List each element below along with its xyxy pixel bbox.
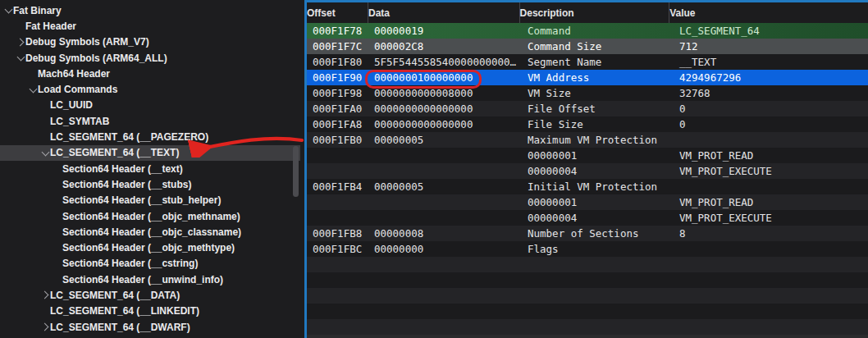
cell-description: 00000004 <box>522 165 674 177</box>
tree-item-lc-symtab[interactable]: LC_SYMTAB <box>0 113 300 129</box>
tree-item-label: LC_SEGMENT_64 (__DATA) <box>50 290 180 301</box>
annotation-highlight-box: 0000000100000000 <box>368 71 522 84</box>
cell-description: Flags <box>522 243 674 255</box>
table-row-000f1f98[interactable]: 000F1F980000000000008000VM Size32768 <box>307 85 868 101</box>
tree-item-section64-header-objc-methname[interactable]: Section64 Header (__objc_methname) <box>0 208 300 224</box>
table-row-empty[interactable] <box>307 288 868 304</box>
cell-value: LC_SEGMENT_64 <box>674 25 868 37</box>
cell-data: 00000005 <box>368 134 522 146</box>
cell-description: 00000004 <box>522 212 674 224</box>
tree-item-lc-segment-64-text[interactable]: LC_SEGMENT_64 (__TEXT) <box>0 145 300 161</box>
table-row-000f1fb0[interactable]: 000F1FB000000005Maximum VM Protection <box>307 132 868 148</box>
tree-item-section64-header-text[interactable]: Section64 Header (__text) <box>0 161 300 176</box>
table-row-empty[interactable] <box>307 319 868 335</box>
tree-item-section64-header-stub-helper[interactable]: Section64 Header (__stub_helper) <box>0 193 300 208</box>
table-row-000f1fb4[interactable]: 000F1FB400000005Initial VM Protection <box>307 179 868 194</box>
cell-data: 0000000000008000 <box>368 87 522 99</box>
tree-item-lc-uuid[interactable]: LC_UUID <box>0 98 300 113</box>
chevron-spacer <box>53 272 62 287</box>
tree-item-debug-symbols-arm-v7[interactable]: Debug Symbols (ARM_V7) <box>0 34 300 50</box>
cell-description: 00000001 <box>522 149 674 162</box>
cell-value: 8 <box>674 227 868 240</box>
cell-offset: 000F1FBC <box>307 243 368 255</box>
tree-item-mach64-header[interactable]: Mach64 Header <box>0 66 300 81</box>
column-header-description[interactable]: Description <box>519 2 669 23</box>
chevron-right-icon[interactable] <box>40 319 50 335</box>
chevron-spacer <box>53 193 62 208</box>
cell-value: __TEXT <box>674 56 868 68</box>
tree-item-lc-segment-64-pagezero[interactable]: LC_SEGMENT_64 (__PAGEZERO) <box>0 129 300 144</box>
table-row-000f1f90[interactable]: 000F1F900000000100000000VM Address429496… <box>307 70 868 85</box>
table-row-000f1f7c[interactable]: 000F1F7C000002C8Command Size712 <box>307 39 868 54</box>
chevron-down-icon[interactable] <box>40 145 50 161</box>
tree-item-section64-header-objc-classname[interactable]: Section64 Header (__objc_classname) <box>0 224 300 240</box>
cell-data: 5F5F5445585400000000000… <box>368 56 522 68</box>
chevron-down-icon[interactable] <box>3 2 13 18</box>
tree-item-lc-segment-64-dwarf[interactable]: LC_SEGMENT_64 (__DWARF) <box>0 319 300 335</box>
tree-item-label: LC_SEGMENT_64 (__PAGEZERO) <box>50 131 208 143</box>
tree-item-lc-segment-64-linkedit[interactable]: LC_SEGMENT_64 (__LINKEDIT) <box>0 304 300 319</box>
chevron-right-icon[interactable] <box>3 335 13 338</box>
tree-item-section64-header-cstring[interactable]: Section64 Header (__cstring) <box>0 256 300 272</box>
tree-item-fat-header[interactable]: Fat Header <box>0 18 300 34</box>
table-row-sub-11[interactable]: 00000001VM_PROT_READ <box>307 194 868 210</box>
table-row-000f1fb8[interactable]: 000F1FB800000008Number of Sections8 <box>307 226 868 241</box>
cell-description: Segment Name <box>522 56 674 68</box>
table-row-empty[interactable] <box>307 272 868 288</box>
tree-item-label: Mach64 Header <box>38 68 110 80</box>
column-header-value[interactable]: Value <box>669 2 868 23</box>
tree-item-fat-binary[interactable]: Fat Binary <box>0 2 300 18</box>
table-row-empty[interactable] <box>307 257 868 272</box>
tree-item-label: Section64 Header (__text) <box>62 163 183 175</box>
column-header-offset[interactable]: Offset <box>307 2 368 23</box>
table-row-000f1fbc[interactable]: 000F1FBC00000000Flags <box>307 241 868 257</box>
tree-item-label: Section64 Header (__cstring) <box>62 258 198 269</box>
table-row-000f1fa0[interactable]: 000F1FA00000000000000000File Offset0 <box>307 101 868 116</box>
tree-item-section64-header-unwind-info[interactable]: Section64 Header (__unwind_info) <box>0 272 300 287</box>
chevron-down-icon[interactable] <box>28 81 38 97</box>
tree-item-label: Debug Symbols (ARM64_ALL) <box>25 53 167 64</box>
tree-item-label: Load Commands <box>38 84 117 95</box>
tree-item-section64-header-stubs[interactable]: Section64 Header (__stubs) <box>0 176 300 192</box>
cell-value: VM_PROT_EXECUTE <box>674 165 868 177</box>
cell-offset: 000F1FB4 <box>307 180 368 193</box>
tree-item-label: LC_SEGMENT_64 (__LINKEDIT) <box>50 305 199 317</box>
cell-value: VM_PROT_READ <box>674 196 868 208</box>
cell-value: 0 <box>674 103 868 115</box>
table-row-empty[interactable] <box>307 304 868 319</box>
tree-item-label: Section64 Header (__objc_classname) <box>62 226 241 238</box>
chevron-spacer <box>53 224 62 240</box>
horizontal-scrollbar-track[interactable] <box>307 335 868 338</box>
tree-item-lc-segment-64-data[interactable]: LC_SEGMENT_64 (__DATA) <box>0 287 300 303</box>
table-row-sub-12[interactable]: 00000004VM_PROT_EXECUTE <box>307 210 868 226</box>
tree-item-label: Fat Binary <box>13 5 62 16</box>
cell-description: File Size <box>522 118 674 130</box>
chevron-down-icon[interactable] <box>16 50 25 66</box>
chevron-right-icon[interactable] <box>40 287 50 303</box>
column-header-data[interactable]: Data <box>368 2 519 23</box>
cell-value: 4294967296 <box>674 71 868 84</box>
table-body: 000F1F7800000019CommandLC_SEGMENT_64000F… <box>307 23 868 338</box>
tree-item-debug-symbols-arm64-all[interactable]: Debug Symbols (ARM64_ALL) <box>0 50 300 66</box>
table-header: OffsetDataDescriptionValue <box>307 2 868 23</box>
tree-item-label: Section64 Header (__objc_methname) <box>62 211 240 222</box>
table-row-000f1fa8[interactable]: 000F1FA80000000000000000File Size0 <box>307 116 868 132</box>
chevron-right-icon[interactable] <box>16 34 25 50</box>
tree-item-load-commands[interactable]: Load Commands <box>0 81 300 97</box>
chevron-spacer <box>40 129 50 144</box>
tree-item-label: Fat Header <box>25 21 76 32</box>
table-row-sub-9[interactable]: 00000004VM_PROT_EXECUTE <box>307 163 868 179</box>
tree-item-label: LC_UUID <box>50 99 93 111</box>
cell-data: 00000005 <box>368 180 522 193</box>
table-row-sub-8[interactable]: 00000001VM_PROT_READ <box>307 148 868 163</box>
table-row-000f1f78[interactable]: 000F1F7800000019CommandLC_SEGMENT_64 <box>307 23 868 39</box>
tree-item-label: Section64 Header (__stub_helper) <box>62 194 221 206</box>
tree-item-section64-header-objc-methtype[interactable]: Section64 Header (__objc_methtype) <box>0 240 300 255</box>
cell-description: VM Size <box>522 87 674 99</box>
cell-value: VM_PROT_EXECUTE <box>674 212 868 224</box>
tree-item-symbol-table[interactable]: Symbol Table <box>0 335 300 338</box>
cell-value: 32768 <box>674 87 868 99</box>
sidebar-scrollbar-thumb[interactable] <box>293 146 299 197</box>
table-row-000f1f80[interactable]: 000F1F805F5F5445585400000000000…Segment … <box>307 54 868 70</box>
detail-table-panel: OffsetDataDescriptionValue 000F1F7800000… <box>304 0 868 338</box>
